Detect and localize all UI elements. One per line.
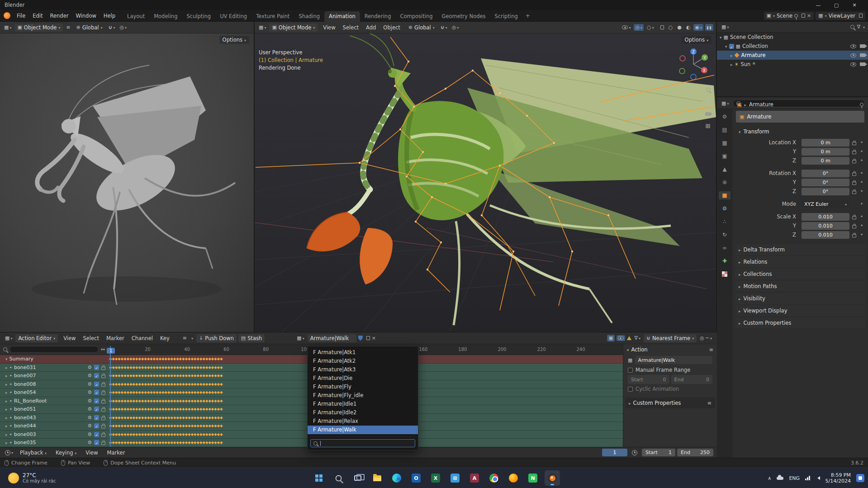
- channel-enable-checkbox[interactable]: [94, 382, 99, 387]
- viewport-right-canvas[interactable]: User Perspective (1) Collection | Armatu…: [255, 33, 716, 332]
- scene-properties-tab[interactable]: ▲: [719, 165, 730, 173]
- workspace-tab[interactable]: Animation: [324, 11, 360, 22]
- add-workspace-button[interactable]: +: [522, 11, 533, 20]
- rotation-y-field[interactable]: 0°: [802, 179, 849, 186]
- render-visibility-icon[interactable]: [860, 53, 865, 57]
- channel-name[interactable]: bone054: [14, 389, 36, 395]
- channel-enable-checkbox[interactable]: [94, 440, 99, 445]
- modifier-wrench-icon[interactable]: [87, 373, 92, 378]
- expand-icon[interactable]: [5, 415, 8, 420]
- viewport-left[interactable]: Object Mode Global: [0, 22, 254, 332]
- action-name-field[interactable]: Armature|Walk: [308, 334, 356, 342]
- channel-name[interactable]: bone043: [14, 415, 36, 421]
- menu-item[interactable]: Render: [47, 12, 72, 20]
- render-visibility-icon[interactable]: [860, 62, 865, 66]
- action-menu-item[interactable]: F Armature|Fly_idle: [308, 391, 418, 400]
- collection-label[interactable]: Collection: [742, 43, 768, 49]
- expand-icon[interactable]: [5, 365, 8, 370]
- playback-menu[interactable]: Playback: [16, 449, 50, 457]
- properties-section-header[interactable]: Visibility: [735, 293, 865, 304]
- keyframes[interactable]: ◆◆◆◆◆◆◆◆◆◆◆◆◆◆◆◆◆◆◆◆◆◆◆◆◆◆◆◆◆◆◆◆◆◆◆◆◆◆◆: [109, 380, 262, 388]
- fake-user-shield-icon[interactable]: [358, 336, 363, 341]
- navigation-gizmo[interactable]: Z Y X: [674, 45, 712, 83]
- channel-lock-icon[interactable]: [101, 417, 105, 420]
- channel-lock-icon[interactable]: [101, 367, 105, 370]
- expand-icon[interactable]: [5, 440, 8, 445]
- lock-icon[interactable]: [852, 173, 856, 176]
- sun-label[interactable]: Sun: [740, 61, 750, 67]
- hide-eye-icon[interactable]: [850, 62, 856, 66]
- zoom-icon[interactable]: [706, 88, 710, 92]
- action-menu-item[interactable]: F Armature|Walk: [308, 426, 418, 434]
- scale-y-field[interactable]: 0.010: [802, 222, 849, 230]
- scale-z-field[interactable]: 0.010: [802, 231, 849, 239]
- lock-icon[interactable]: [852, 225, 856, 228]
- orientation-dropdown[interactable]: Global: [74, 24, 105, 32]
- modifier-wrench-icon[interactable]: [87, 382, 92, 387]
- view-menu[interactable]: View: [82, 449, 101, 457]
- modifier-wrench-icon[interactable]: [87, 407, 92, 412]
- blender-taskbar-button[interactable]: [545, 470, 560, 486]
- chevron-down-icon[interactable]: [863, 24, 865, 29]
- search-button[interactable]: [331, 470, 346, 486]
- editor-type-button[interactable]: [3, 24, 13, 31]
- channel-lock-icon[interactable]: [101, 408, 105, 412]
- action-menu-item[interactable]: F Armature|Atk1: [308, 348, 418, 357]
- output-properties-tab[interactable]: ▦: [719, 139, 730, 147]
- modifier-wrench-icon[interactable]: [87, 365, 92, 370]
- outliner-row-collection[interactable]: Collection: [717, 42, 868, 51]
- rotation-mode-dropdown[interactable]: XYZ Euler: [802, 200, 849, 208]
- only-selected-toggle[interactable]: [607, 335, 614, 341]
- menu-item[interactable]: Help: [100, 12, 119, 20]
- summary-label[interactable]: Summary: [9, 356, 33, 362]
- weather-widget[interactable]: 27°C Có mây rải rác: [5, 468, 59, 488]
- selectability-dropdown[interactable]: [621, 24, 632, 31]
- tool-properties-tab[interactable]: ⚙: [719, 113, 730, 121]
- expand-icon[interactable]: [725, 44, 727, 49]
- close-button[interactable]: ✕: [845, 0, 863, 10]
- action-menu-item[interactable]: F Armature|Idle1: [308, 400, 418, 408]
- expand-icon[interactable]: [5, 407, 8, 412]
- menu-item[interactable]: Window: [72, 12, 100, 20]
- manual-frame-range-checkbox[interactable]: [628, 368, 633, 373]
- expand-icon[interactable]: [5, 432, 8, 437]
- channel-lock-icon[interactable]: [101, 434, 105, 437]
- menu-item[interactable]: Marker: [103, 334, 128, 342]
- scene-selector[interactable]: Scene: [764, 12, 814, 20]
- modifier-wrench-icon[interactable]: [87, 415, 92, 420]
- properties-section-header[interactable]: Custom Properties: [735, 317, 865, 328]
- channel-enable-checkbox[interactable]: [94, 373, 99, 378]
- keyframes[interactable]: ◆◆◆◆◆◆◆◆◆◆◆◆◆◆◆◆◆◆◆◆◆◆◆◆◆◆◆◆◆◆◆◆◆◆◆◆◆◆◆: [109, 355, 262, 363]
- action-menu-item[interactable]: F Armature|Die: [308, 374, 418, 383]
- lock-icon[interactable]: [852, 234, 856, 237]
- location-z-field[interactable]: 0 m: [802, 157, 849, 165]
- filter-dropdown[interactable]: [633, 335, 642, 341]
- particles-properties-tab[interactable]: ∴: [719, 218, 730, 226]
- access-button[interactable]: A: [467, 470, 482, 486]
- unlink-icon[interactable]: [807, 13, 811, 18]
- new-action-copy-icon[interactable]: [366, 336, 370, 340]
- keyframes[interactable]: ◆◆◆◆◆◆◆◆◆◆◆◆◆◆◆◆◆◆◆◆◆◆◆◆◆◆◆◆◆◆◆◆◆◆◆◆◆◆◆: [109, 389, 262, 396]
- pin-icon[interactable]: [794, 14, 798, 18]
- proportional-editing-toggle[interactable]: [451, 24, 460, 31]
- channel-lock-icon[interactable]: [101, 392, 105, 395]
- channel-enable-checkbox[interactable]: [94, 407, 99, 412]
- properties-section-header[interactable]: Relations: [735, 256, 865, 267]
- menu-item[interactable]: View: [60, 334, 79, 342]
- menu-item[interactable]: Add: [362, 24, 379, 32]
- channel-enable-checkbox[interactable]: [94, 423, 99, 428]
- animate-dot[interactable]: [859, 170, 864, 176]
- xray-toggle[interactable]: [657, 24, 665, 30]
- keying-menu[interactable]: Keying: [52, 449, 80, 457]
- workspace-tab[interactable]: Shading: [294, 11, 324, 22]
- unlink-action-icon[interactable]: [372, 336, 376, 341]
- object-name-field[interactable]: Armature: [736, 111, 864, 123]
- editor-type-button[interactable]: [4, 335, 14, 341]
- minimize-button[interactable]: —: [809, 0, 827, 10]
- action-search-input[interactable]: [310, 439, 415, 447]
- start-button[interactable]: [311, 470, 327, 486]
- workspace-tab[interactable]: Sculpting: [182, 11, 215, 22]
- render-visibility-icon[interactable]: [860, 44, 865, 48]
- keyframes[interactable]: ◆◆◆◆◆◆◆◆◆◆◆◆◆◆◆◆◆◆◆◆◆◆◆◆◆◆◆◆◆◆◆◆◆◆◆◆◆◆◆: [109, 422, 262, 430]
- channel-enable-checkbox[interactable]: [94, 365, 99, 370]
